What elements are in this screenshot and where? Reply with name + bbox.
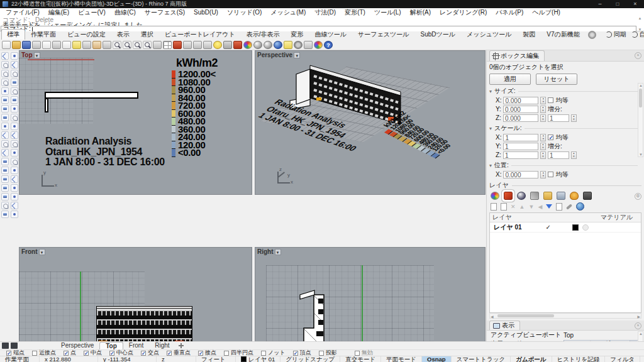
filter-layers-icon[interactable] <box>546 204 552 209</box>
viewport-front-title[interactable]: Front ▾ <box>21 248 45 255</box>
toolbar-tab-drafting[interactable]: 製図 <box>517 29 541 40</box>
menu-transform[interactable]: 変形(T) <box>340 8 370 17</box>
toolbar-tab-standard[interactable]: 標準 <box>1 29 25 40</box>
boxedit-tab[interactable]: ボックス編集 <box>489 50 545 61</box>
size-x-input[interactable]: 0.000 <box>503 97 538 104</box>
display-panel-icon[interactable] <box>583 192 592 200</box>
freeform-curve-icon[interactable] <box>11 87 18 95</box>
menu-curve[interactable]: 曲線(C) <box>110 8 140 17</box>
render-tools-icon[interactable] <box>11 211 18 218</box>
menu-solid[interactable]: ソリッド(O) <box>223 8 266 17</box>
materials-panel-icon[interactable] <box>517 192 526 200</box>
zoom-selected-icon[interactable] <box>143 41 152 49</box>
size-y-stepper[interactable]: ▴▾ <box>540 106 546 113</box>
help-icon[interactable] <box>324 41 333 49</box>
size-z-stepper[interactable]: ▴▾ <box>540 114 546 122</box>
viewport-menu-arrow-icon[interactable]: ▾ <box>39 249 45 255</box>
wireframe-view-icon[interactable] <box>253 41 262 49</box>
chamfer-icon[interactable] <box>11 131 18 139</box>
layer-row[interactable]: レイヤ 01 ✓ <box>490 222 641 233</box>
arc-icon[interactable] <box>1 79 9 86</box>
move-tool-icon[interactable] <box>1 158 9 165</box>
toolbar-tab-v7-new[interactable]: V7の新機能 <box>541 29 585 40</box>
command-help-icon[interactable] <box>213 41 222 49</box>
properties-icon[interactable] <box>243 41 252 49</box>
toolbar-tab-cplane[interactable]: 作業平面 <box>25 29 62 40</box>
cut-icon[interactable] <box>62 41 71 49</box>
control-point-curve-icon[interactable] <box>1 61 9 69</box>
box-icon[interactable] <box>1 105 9 112</box>
scale-increment-input[interactable]: 1 <box>548 151 569 159</box>
menu-view[interactable]: ビュー(V) <box>74 8 110 17</box>
rendered-view-icon[interactable] <box>274 41 282 49</box>
join-icon[interactable] <box>1 149 9 156</box>
sphere-icon[interactable] <box>11 105 18 112</box>
size-uniform-checkbox[interactable] <box>548 97 553 103</box>
orient-tool-icon[interactable] <box>1 175 9 183</box>
curve-tools-icon[interactable] <box>1 184 9 192</box>
rendering-panel-icon[interactable] <box>557 192 565 200</box>
layer-panel-icon[interactable] <box>233 41 242 49</box>
scale-section-header[interactable]: スケール: <box>489 124 644 133</box>
print-icon[interactable] <box>32 41 41 49</box>
paste-icon[interactable] <box>72 41 81 49</box>
notes-icon[interactable] <box>284 41 292 49</box>
toolbar-tab-subd-tools[interactable]: SubDツール <box>414 29 460 40</box>
circle-icon[interactable] <box>1 70 9 77</box>
delete-layer-icon[interactable]: ✕ <box>511 204 516 210</box>
explode-icon[interactable] <box>11 149 18 156</box>
grid-snap-toggle[interactable]: グリッドスナップ <box>280 356 340 362</box>
viewport-top-title[interactable]: Top ▾ <box>21 52 40 58</box>
extrude-surface-icon[interactable] <box>11 96 18 104</box>
add-viewport-icon[interactable] <box>178 343 184 349</box>
autosync-toggle-button[interactable]: 自動同期の切り替え <box>630 30 644 40</box>
toolbar-tab-view-settings[interactable]: ビューの設定 <box>62 29 111 40</box>
menu-tools[interactable]: ツール(L) <box>370 8 406 17</box>
web-browser-icon[interactable] <box>314 41 323 49</box>
mirror-tool-icon[interactable] <box>11 175 18 183</box>
size-y-input[interactable]: 0.000 <box>503 106 538 113</box>
scale-z-stepper[interactable]: ▴▾ <box>540 151 546 159</box>
rotate-view-icon[interactable] <box>153 41 162 49</box>
maximize-button[interactable] <box>609 0 626 8</box>
polygon-icon[interactable] <box>1 87 9 95</box>
cplane-button[interactable]: 作業平面 <box>0 356 40 362</box>
panel-gear-icon[interactable]: ⚙ <box>635 193 641 200</box>
menu-help[interactable]: ヘルプ(H) <box>528 8 565 17</box>
duplicate-layer-icon[interactable] <box>501 203 507 211</box>
boxedit-scrollbar[interactable]: ▲▼ <box>638 83 643 157</box>
pan-icon[interactable] <box>92 41 101 49</box>
toolbar-tab-surface-tools[interactable]: サーフェスツール <box>352 29 414 40</box>
analyze-tools-icon[interactable] <box>1 202 9 209</box>
rectangle-icon[interactable] <box>11 79 18 86</box>
boolean-union-icon[interactable] <box>1 123 9 130</box>
minimize-button[interactable] <box>591 0 609 8</box>
scale-x-input[interactable]: 1 <box>503 134 538 141</box>
solid-tools-icon[interactable] <box>1 193 9 200</box>
reset-button[interactable]: リセット <box>536 74 577 85</box>
viewport-layout-icon[interactable] <box>163 41 172 49</box>
annotation-panel-icon[interactable] <box>530 192 539 200</box>
panel-options-icon[interactable]: × <box>635 52 641 59</box>
set-view-icon[interactable] <box>203 41 212 49</box>
ortho-toggle[interactable]: 直交モード <box>340 356 381 362</box>
size-x-stepper[interactable]: ▴▾ <box>540 97 546 104</box>
split-icon[interactable] <box>11 140 18 148</box>
menu-surface[interactable]: サーフェス(S) <box>140 8 189 17</box>
save-icon[interactable] <box>22 41 31 49</box>
undo-icon[interactable] <box>82 41 91 49</box>
layer-tools-icon[interactable] <box>566 204 572 209</box>
toolbar-tab-transform[interactable]: 変形 <box>286 29 309 40</box>
new-layer-icon[interactable] <box>491 203 497 211</box>
options-icon[interactable] <box>294 41 303 49</box>
menu-render[interactable]: レンダリング(R) <box>435 8 491 17</box>
cylinder-icon[interactable] <box>1 114 9 121</box>
lasso-select-icon[interactable] <box>11 52 18 60</box>
filter-button[interactable]: フィルタ <box>605 356 640 362</box>
size-section-header[interactable]: サイズ: <box>489 87 644 96</box>
size-increment-input[interactable]: 1 <box>548 114 569 122</box>
toolbar-tab-curve-tools[interactable]: 曲線ツール <box>309 29 352 40</box>
command-scrollbar[interactable]: ▲▼ <box>637 16 643 31</box>
layer-report-icon[interactable] <box>556 203 562 211</box>
scale-z-input[interactable]: 1 <box>503 151 538 159</box>
